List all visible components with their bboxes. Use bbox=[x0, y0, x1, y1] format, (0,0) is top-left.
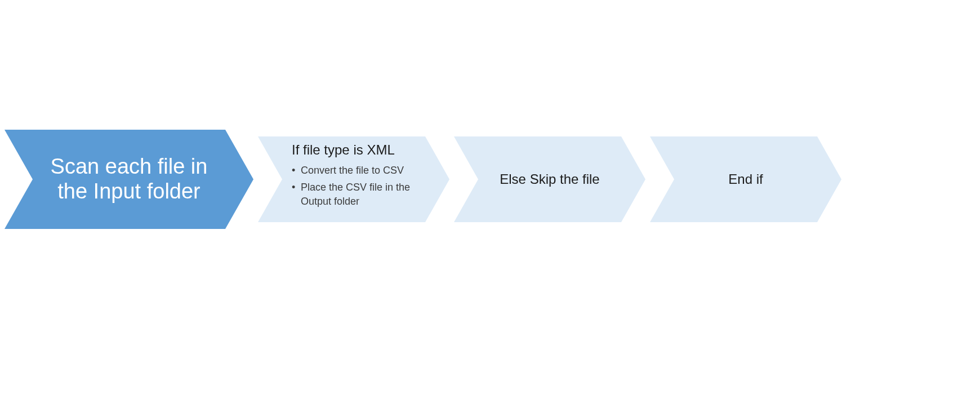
bullet-item: Place the CSV file in the Output folder bbox=[292, 180, 419, 208]
step-else-skip-title: Else Skip the file bbox=[478, 136, 621, 222]
step-end-if: End if bbox=[650, 136, 841, 222]
step-else-skip: Else Skip the file bbox=[454, 136, 645, 222]
step-end-if-title: End if bbox=[674, 136, 817, 222]
step-if-xml-bullets: Convert the file to CSV Place the CSV fi… bbox=[292, 164, 427, 208]
flow-diagram: Scan each file in the Input folder If fi… bbox=[0, 0, 980, 406]
bullet-item: Convert the file to CSV bbox=[292, 164, 419, 177]
step-scan: Scan each file in the Input folder bbox=[5, 130, 253, 229]
step-scan-title: Scan each file in the Input folder bbox=[38, 130, 220, 229]
step-if-xml: If file type is XML Convert the file to … bbox=[258, 136, 449, 222]
step-if-xml-title: If file type is XML bbox=[292, 142, 427, 158]
